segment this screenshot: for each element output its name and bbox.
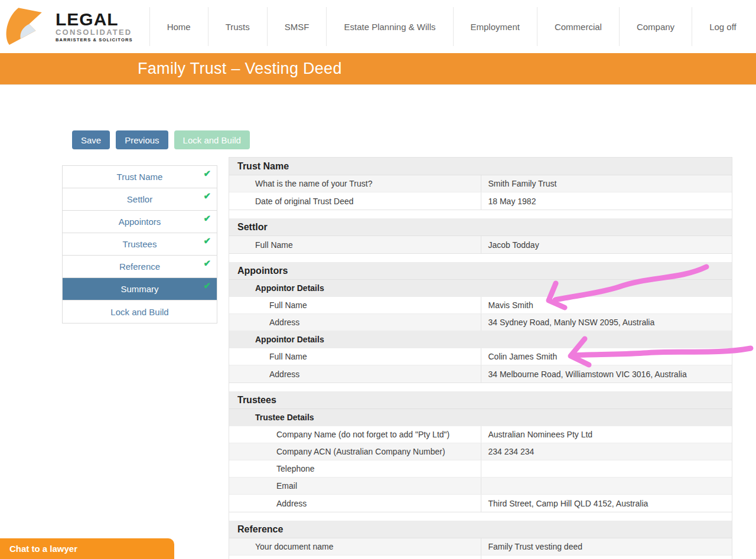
sidebar-item-reference[interactable]: Reference ✔: [63, 256, 217, 278]
sidebar-item-label: Reference: [119, 261, 160, 272]
section-trust-name: Trust Name What is the name of your Trus…: [229, 158, 732, 210]
row-label: Date of original Trust Deed: [229, 192, 481, 210]
row-label: Address: [229, 495, 481, 512]
summary-row: [229, 555, 732, 559]
nav-item-trusts[interactable]: Trusts: [208, 7, 267, 46]
sidebar-item-label: Appointors: [119, 217, 161, 227]
company-logo[interactable]: LEGAL CONSOLIDATED BARRISTERS & SOLICITO…: [1, 6, 133, 47]
sidebar-item-label: Trustees: [123, 239, 157, 249]
row-label: Full Name: [229, 236, 481, 253]
section-title: Trust Name: [229, 158, 732, 175]
row-value: 18 May 1982: [481, 192, 732, 210]
lock-and-build-button[interactable]: Lock and Build: [174, 130, 250, 149]
summary-row: Your document name Family Trust vesting …: [229, 538, 732, 555]
summary-row: Address 34 Melbourne Road, Williamstown …: [229, 365, 732, 383]
subheader-label: Appointor Details: [229, 280, 732, 296]
summary-row: What is the name of your Trust? Smith Fa…: [229, 175, 732, 192]
row-label: Your document name: [229, 538, 481, 555]
row-value: Smith Family Trust: [481, 175, 732, 192]
nav-item-company[interactable]: Company: [619, 7, 692, 46]
save-button[interactable]: Save: [72, 130, 110, 149]
row-value: [481, 555, 732, 559]
row-value: Third Street, Camp Hill QLD 4152, Austra…: [481, 495, 732, 512]
subheader-label: Appointor Details: [229, 331, 732, 348]
check-icon: ✔: [203, 168, 211, 179]
row-label: Company Name (do not forget to add "Pty …: [229, 426, 481, 443]
nav-item-employment[interactable]: Employment: [453, 7, 537, 46]
row-label: Full Name: [229, 297, 481, 313]
sidebar-item-appointors[interactable]: Appointors ✔: [63, 211, 217, 233]
logo-word-barristers: BARRISTERS & SOLICITORS: [56, 37, 133, 43]
row-value: 34 Sydney Road, Manly NSW 2095, Australi…: [481, 314, 732, 331]
check-icon: ✔: [203, 280, 211, 291]
sidebar-item-label: Lock and Build: [110, 307, 168, 317]
row-value: Australian Nominees Pty Ltd: [481, 426, 732, 443]
row-label: Address: [229, 314, 481, 331]
sidebar-item-settlor[interactable]: Settlor ✔: [63, 188, 217, 211]
action-toolbar: Save Previous Lock and Build: [72, 130, 250, 149]
summary-row: Full Name Colin James Smith: [229, 348, 732, 365]
page-title: Family Trust – Vesting Deed: [138, 60, 342, 78]
summary-row: Full Name Mavis Smith: [229, 297, 732, 314]
summary-row: Full Name Jacob Todday: [229, 236, 732, 253]
section-settlor: Settlor Full Name Jacob Todday: [229, 218, 732, 254]
summary-row: Date of original Trust Deed 18 May 1982: [229, 192, 732, 210]
logo-word-consolidated: CONSOLIDATED: [56, 28, 133, 37]
sidebar-item-label: Settlor: [127, 194, 152, 204]
row-label: What is the name of your Trust?: [229, 175, 481, 192]
sidebar-item-summary[interactable]: Summary ✔: [63, 278, 217, 300]
summary-subheader: Appointor Details: [229, 280, 732, 297]
summary-subheader: Trustee Details: [229, 409, 732, 426]
nav-item-logoff[interactable]: Log off: [692, 7, 754, 46]
section-reference: Reference Your document name Family Trus…: [229, 521, 732, 559]
sidebar-item-lock-and-build[interactable]: Lock and Build: [63, 300, 217, 323]
row-label: Email: [229, 478, 481, 494]
nav-item-smsf[interactable]: SMSF: [267, 7, 327, 46]
logo-text: LEGAL CONSOLIDATED BARRISTERS & SOLICITO…: [56, 11, 133, 43]
sidebar-item-label: Trust Name: [117, 172, 163, 182]
nav-item-estate-planning[interactable]: Estate Planning & Wills: [326, 7, 452, 46]
row-label: Telephone: [229, 460, 481, 477]
summary-subheader: Appointor Details: [229, 331, 732, 348]
section-title: Settlor: [229, 218, 732, 236]
row-value: [481, 460, 732, 477]
chat-to-lawyer-button[interactable]: Chat to a lawyer: [0, 538, 174, 559]
page-banner: Family Trust – Vesting Deed: [0, 53, 756, 85]
row-value: Mavis Smith: [481, 297, 732, 313]
row-label: [229, 555, 481, 559]
row-value: 34 Melbourne Road, Williamstown VIC 3016…: [481, 365, 732, 383]
summary-row: Telephone: [229, 460, 732, 478]
row-label: Company ACN (Australian Company Number): [229, 443, 481, 460]
section-trustees: Trustees Trustee Details Company Name (d…: [229, 391, 732, 512]
summary-row: Address Third Street, Camp Hill QLD 4152…: [229, 495, 732, 512]
section-appointors: Appointors Appointor Details Full Name M…: [229, 262, 732, 383]
logo-fold-icon: [1, 6, 52, 47]
check-icon: ✔: [203, 213, 211, 224]
sidebar-item-label: Summary: [120, 284, 158, 294]
row-value: [481, 478, 732, 494]
nav-menu: Home Trusts SMSF Estate Planning & Wills…: [149, 7, 754, 46]
steps-sidebar: Trust Name ✔ Settlor ✔ Appointors ✔ Trus…: [62, 165, 217, 323]
summary-row: Address 34 Sydney Road, Manly NSW 2095, …: [229, 314, 732, 331]
nav-item-home[interactable]: Home: [149, 7, 208, 46]
top-navigation-bar: LEGAL CONSOLIDATED BARRISTERS & SOLICITO…: [0, 0, 756, 53]
row-value: 234 234 234: [481, 443, 732, 460]
check-icon: ✔: [203, 191, 211, 201]
row-value: Jacob Todday: [481, 236, 732, 253]
section-title: Trustees: [229, 391, 732, 409]
summary-row: Email: [229, 478, 732, 495]
section-title: Reference: [229, 521, 732, 538]
section-title: Appointors: [229, 262, 732, 280]
sidebar-item-trust-name[interactable]: Trust Name ✔: [63, 166, 217, 188]
check-icon: ✔: [203, 258, 211, 269]
previous-button[interactable]: Previous: [116, 130, 168, 149]
subheader-label: Trustee Details: [229, 409, 732, 426]
summary-panel: Trust Name What is the name of your Trus…: [229, 157, 732, 559]
sidebar-item-trustees[interactable]: Trustees ✔: [63, 233, 217, 256]
row-label: Full Name: [229, 348, 481, 365]
check-icon: ✔: [203, 236, 211, 246]
row-label: Address: [229, 365, 481, 383]
nav-item-commercial[interactable]: Commercial: [537, 7, 619, 46]
row-value: Family Trust vesting deed: [481, 538, 732, 555]
summary-row: Company ACN (Australian Company Number) …: [229, 443, 732, 460]
